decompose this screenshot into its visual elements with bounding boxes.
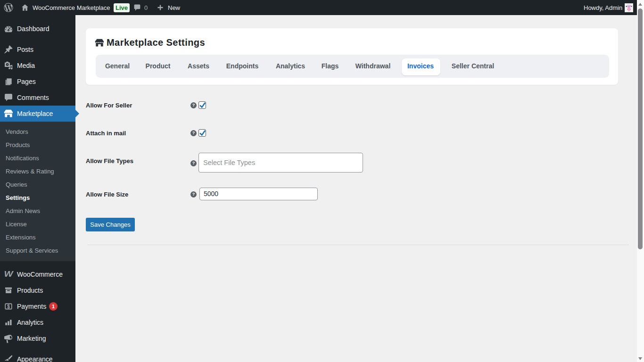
svg-text:$: $ — [7, 304, 10, 309]
